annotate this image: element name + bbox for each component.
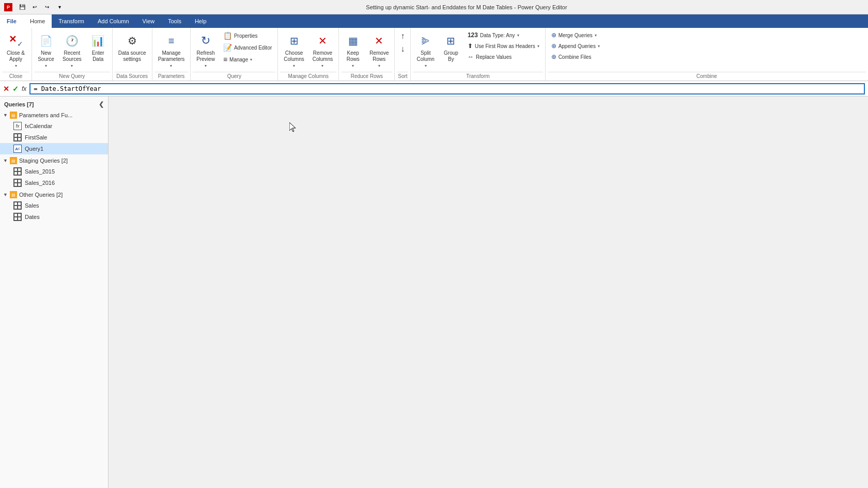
query-item-sales[interactable]: Sales: [0, 200, 108, 211]
remove-rows-button[interactable]: ✕ RemoveRows ▾: [366, 30, 392, 71]
formula-cancel-button[interactable]: ✕: [3, 85, 9, 93]
manage-columns-group-label: Manage Columns: [280, 72, 336, 81]
query-item-sales2015[interactable]: Sales_2015: [0, 166, 108, 177]
manage-parameters-button[interactable]: ≡ ManageParameters ▾: [154, 30, 189, 71]
quick-access-dropdown[interactable]: ▾: [54, 2, 65, 12]
content-area: [109, 97, 868, 488]
ribbon-group-manage-columns: ⊞ ChooseColumns ▾ ✕ RemoveColumns ▾ Mana…: [278, 28, 339, 81]
group-staging-label: Staging Queries [2]: [19, 158, 68, 164]
append-queries-dropdown-icon: ▾: [598, 44, 600, 49]
query-item-query1[interactable]: AC Query1: [0, 143, 108, 154]
sidebar-collapse-button[interactable]: ❮: [99, 101, 104, 108]
keep-rows-button[interactable]: ▦ KeepRows ▾: [341, 30, 365, 71]
menu-help[interactable]: Help: [188, 14, 213, 28]
menu-transform[interactable]: Transform: [52, 14, 91, 28]
menu-bar: File Home Transform Add Column View Tool…: [0, 14, 868, 28]
sort-descending-button[interactable]: ↓: [397, 43, 408, 55]
formula-input[interactable]: [29, 83, 865, 95]
recent-sources-dropdown-icon: ▾: [71, 64, 73, 68]
table-sales2016-icon: [13, 179, 22, 187]
close-apply-dropdown-icon: ▾: [15, 64, 17, 68]
undo-quick-btn[interactable]: ↩: [29, 2, 40, 12]
save-quick-btn[interactable]: 💾: [17, 2, 28, 12]
svg-marker-0: [289, 122, 296, 132]
parameters-group-label: Parameters: [154, 72, 189, 81]
query-group-staging-header[interactable]: ▼ ▤ Staging Queries [2]: [0, 155, 108, 166]
redo-quick-btn[interactable]: ↪: [41, 2, 53, 12]
choose-columns-button[interactable]: ⊞ ChooseColumns ▾: [280, 30, 307, 71]
replace-values-icon: ↔: [468, 53, 474, 60]
merge-queries-dropdown-icon: ▾: [595, 33, 597, 38]
menu-tools[interactable]: Tools: [161, 14, 188, 28]
group-by-icon: ⊞: [443, 33, 459, 49]
transform-group-label: Transform: [413, 72, 542, 81]
ribbon-group-close: ✕ ✓ Close &Apply ▾ Close: [0, 28, 32, 81]
data-type-dropdown-icon: ▾: [517, 33, 519, 38]
advanced-editor-button[interactable]: 📝 Advanced Editor: [220, 42, 275, 53]
menu-add-column[interactable]: Add Column: [91, 14, 136, 28]
mouse-cursor-icon: [289, 122, 298, 133]
group-other-label: Other Queries [2]: [19, 192, 63, 198]
new-source-dropdown-icon: ▾: [45, 64, 47, 68]
new-source-button[interactable]: 📄 NewSource ▾: [34, 30, 58, 71]
formula-accept-button[interactable]: ✓: [12, 85, 19, 93]
sort-descending-icon: ↓: [400, 44, 405, 54]
enter-data-button[interactable]: 📊 EnterData: [86, 30, 110, 65]
choose-columns-icon: ⊞: [286, 33, 302, 49]
refresh-preview-button[interactable]: ↻ RefreshPreview ▾: [193, 30, 219, 71]
group-other-folder-icon: ▤: [10, 191, 17, 198]
split-column-icon: ⫸: [417, 33, 434, 49]
param-icon: AC: [13, 145, 22, 153]
table-icon: [13, 133, 22, 141]
recent-sources-button[interactable]: 🕐 RecentSources ▾: [59, 30, 85, 71]
use-first-row-button[interactable]: ⬆ Use First Row as Headers ▾: [464, 41, 543, 51]
sort-ascending-button[interactable]: ↑: [397, 30, 408, 42]
query-item-fxcalendar[interactable]: fx fxCalendar: [0, 120, 108, 132]
group-folder-icon: ▤: [10, 112, 17, 119]
table-sales-icon: [13, 201, 22, 210]
query-group-parameters-header[interactable]: ▼ ▤ Parameters and Fu...: [0, 110, 108, 120]
menu-view[interactable]: View: [136, 14, 162, 28]
data-source-settings-button[interactable]: ⚙ Data sourcesettings: [115, 30, 150, 65]
combine-files-icon: ⊕: [551, 53, 556, 60]
manage-parameters-icon: ≡: [163, 33, 179, 49]
append-queries-icon: ⊕: [551, 42, 556, 50]
group-by-button[interactable]: ⊞ GroupBy: [439, 30, 463, 65]
query-group-parameters: ▼ ▤ Parameters and Fu... fx fxCalendar F…: [0, 110, 108, 154]
menu-file[interactable]: File: [0, 14, 23, 28]
query-sales2016-label: Sales_2016: [25, 180, 55, 186]
cursor: [289, 122, 296, 129]
remove-columns-icon: ✕: [314, 33, 331, 49]
group-chevron-down-icon: ▼: [3, 113, 8, 118]
query-col: 📋 Properties 📝 Advanced Editor ≡ Manage …: [220, 30, 275, 65]
query-item-dates[interactable]: Dates: [0, 211, 108, 223]
query-dates-label: Dates: [25, 214, 40, 220]
merge-queries-icon: ⊕: [551, 32, 556, 39]
ribbon-group-reduce-rows: ▦ KeepRows ▾ ✕ RemoveRows ▾ Reduce Rows: [339, 28, 395, 81]
query-group-other-header[interactable]: ▼ ▤ Other Queries [2]: [0, 190, 108, 200]
sort-ascending-icon: ↑: [400, 32, 405, 41]
enter-data-icon: 📊: [90, 33, 106, 49]
remove-columns-button[interactable]: ✕ RemoveColumns ▾: [309, 30, 336, 71]
choose-columns-dropdown-icon: ▾: [293, 64, 295, 68]
replace-values-button[interactable]: ↔ Replace Values: [464, 52, 543, 62]
query-item-firstsale[interactable]: FirstSale: [0, 132, 108, 143]
append-queries-button[interactable]: ⊕ Append Queries ▾: [548, 41, 603, 51]
window-title: Setting up dynamic Start- and Enddates f…: [69, 4, 864, 10]
merge-queries-button[interactable]: ⊕ Merge Queries ▾: [548, 30, 603, 40]
close-apply-button[interactable]: ✕ ✓ Close &Apply ▾: [2, 30, 29, 71]
manage-parameters-dropdown-icon: ▾: [170, 64, 172, 68]
query-item-sales2016[interactable]: Sales_2016: [0, 177, 108, 188]
group-other-chevron-icon: ▼: [3, 192, 8, 197]
manage-button[interactable]: ≡ Manage ▾: [220, 54, 275, 65]
combine-files-button[interactable]: ⊕ Combine Files: [548, 52, 603, 62]
ribbon-group-sort: ↑ ↓ Sort: [395, 28, 411, 81]
sidebar-header: Queries [7] ❮: [0, 99, 108, 110]
properties-icon: 📋: [223, 32, 232, 40]
data-type-button[interactable]: 123 Data Type: Any ▾: [464, 30, 543, 40]
queries-title: Queries [7]: [4, 101, 34, 107]
menu-home[interactable]: Home: [23, 14, 52, 28]
properties-button[interactable]: 📋 Properties: [220, 30, 275, 41]
use-first-row-dropdown-icon: ▾: [537, 44, 539, 49]
split-column-button[interactable]: ⫸ SplitColumn ▾: [413, 30, 438, 71]
